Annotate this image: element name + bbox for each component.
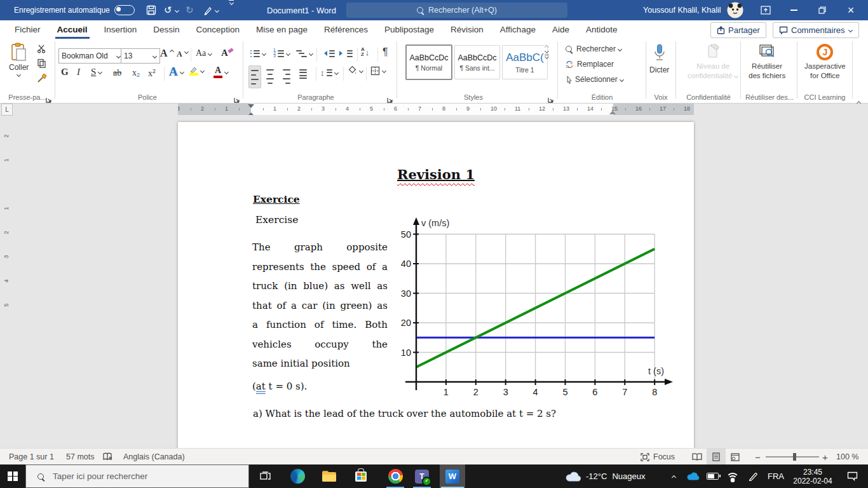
proofing-status-icon[interactable] (103, 449, 113, 465)
tab-stop-selector[interactable]: L (1, 104, 13, 116)
paragraph-dialog-launcher[interactable] (387, 94, 394, 101)
language-indicator[interactable]: Anglais (Canada) (123, 449, 185, 465)
hanging-indent-marker[interactable] (248, 109, 254, 115)
font-color-button[interactable]: A (214, 65, 229, 78)
word-taskbar-icon[interactable]: W (440, 464, 465, 488)
line-spacing-button[interactable]: ↕ (320, 67, 339, 78)
grow-font-button[interactable]: A (160, 48, 174, 59)
superscript-button[interactable]: x 2 (148, 68, 156, 79)
wifi-icon[interactable] (724, 464, 741, 488)
word-count[interactable]: 57 mots (66, 449, 94, 465)
copy-button[interactable] (37, 58, 46, 68)
print-layout-button[interactable] (707, 449, 726, 465)
zoom-level[interactable]: 100 % (836, 449, 858, 465)
page-indicator[interactable]: Page 1 sur 1 (9, 449, 54, 465)
show-marks-button[interactable]: ¶ (383, 46, 388, 58)
find-button[interactable]: Rechercher (566, 44, 622, 53)
reuse-files-button[interactable]: Réutiliser des fichiers (749, 44, 785, 79)
zoom-out-button[interactable]: − (755, 449, 761, 465)
clock[interactable]: 23:452022-02-04 (790, 464, 835, 488)
shading-button[interactable] (348, 66, 363, 76)
store-icon[interactable] (351, 464, 371, 488)
style-card--sans-int-[interactable]: AaBbCcDc¶ Sans int... (454, 45, 500, 79)
cut-button[interactable] (37, 44, 46, 53)
redo-button[interactable]: ↻ (186, 0, 194, 20)
taskbar-search-box[interactable]: Taper ici pour rechercher (25, 464, 249, 488)
shrink-font-button[interactable]: A (177, 50, 189, 59)
tab-r-f-rences[interactable]: Références (316, 20, 376, 39)
paste-button[interactable]: Coller (9, 43, 29, 76)
collapse-ribbon-button[interactable] (857, 95, 861, 106)
onedrive-icon[interactable] (685, 464, 702, 488)
avatar[interactable] (727, 0, 743, 20)
styles-more-button[interactable] (545, 55, 549, 58)
share-button[interactable]: Partager (710, 22, 766, 38)
subscript-button[interactable]: x 2 (132, 68, 140, 78)
teams-icon[interactable]: T ✓ (410, 464, 433, 488)
minimize-button[interactable] (783, 0, 804, 20)
borders-button[interactable] (370, 66, 386, 76)
clear-formatting-button[interactable]: A (221, 48, 233, 58)
pen-icon[interactable] (745, 464, 761, 488)
bold-button[interactable]: G (61, 67, 69, 78)
tab-affichage[interactable]: Affichage (492, 20, 544, 39)
speed-time-graph[interactable]: 123456781020304050v (m/s)t (s) (399, 215, 675, 400)
align-left-button[interactable] (248, 65, 261, 88)
save-icon[interactable] (146, 0, 156, 20)
increase-indent-button[interactable] (339, 48, 353, 58)
style-card-titre-1[interactable]: AaBbC(Titre 1 (502, 45, 548, 79)
align-center-button[interactable] (266, 67, 274, 85)
bullets-button[interactable] (250, 48, 266, 58)
quick-access-toolbar-menu[interactable] (229, 0, 234, 20)
tab-mise-en-page[interactable]: Mise en page (248, 20, 316, 39)
styles-dialog-launcher[interactable] (548, 94, 555, 101)
file-explorer-icon[interactable] (319, 464, 339, 488)
tab-dessin[interactable]: Dessin (145, 20, 187, 39)
underline-button[interactable]: S (91, 67, 102, 78)
style-card--normal[interactable]: AaBbCcDc¶ Normal (405, 44, 452, 80)
tab-aide[interactable]: Aide (544, 20, 578, 39)
edge-icon[interactable] (287, 464, 308, 488)
font-dialog-launcher[interactable] (234, 94, 241, 101)
autosave-toggle[interactable] (114, 0, 135, 20)
select-button[interactable]: Sélectionner (566, 75, 624, 84)
numbering-button[interactable]: 123 (273, 48, 290, 58)
search-box[interactable]: Rechercher (Alt+Q) (346, 3, 567, 18)
align-right-button[interactable] (283, 67, 290, 85)
action-center-icon[interactable] (843, 464, 862, 488)
focus-button[interactable]: Focus (641, 449, 675, 465)
replace-button[interactable]: bc Remplacer (566, 60, 614, 69)
change-case-button[interactable]: Aa (196, 48, 212, 58)
weather-widget[interactable]: -12°C Nuageux (566, 464, 645, 488)
dictate-button[interactable]: Dicter (649, 44, 669, 74)
decrease-indent-button[interactable] (322, 48, 335, 58)
ribbon-display-options-button[interactable] (755, 0, 776, 20)
undo-button[interactable]: ↺ (164, 0, 179, 20)
text-effects-button[interactable]: A (169, 65, 184, 79)
tray-expand-chevron[interactable] (666, 464, 681, 488)
read-mode-button[interactable] (688, 449, 707, 465)
task-view-button[interactable] (255, 464, 275, 488)
touch-pen-mode-icon[interactable] (203, 0, 219, 20)
styles-scroll-up[interactable] (545, 44, 549, 48)
keyboard-language[interactable]: FRA (765, 464, 787, 488)
restore-button[interactable] (811, 0, 833, 20)
font-size-combo[interactable]: 13 (121, 48, 160, 64)
document-page[interactable]: Revision 1 Exercice Exercise The graph o… (178, 122, 694, 448)
web-layout-button[interactable] (726, 449, 745, 465)
italic-button[interactable]: I (77, 67, 80, 78)
tab-publipostage[interactable]: Publipostage (376, 20, 442, 39)
start-button[interactable] (0, 464, 25, 488)
tab-accueil[interactable]: Accueil (49, 20, 96, 39)
comments-button[interactable]: Commentaires (773, 22, 859, 38)
format-painter-button[interactable] (37, 74, 47, 84)
tab-insertion[interactable]: Insertion (96, 20, 146, 39)
zoom-slider-track[interactable] (766, 456, 819, 458)
justify-button[interactable] (299, 67, 307, 81)
styles-scroll-down[interactable] (545, 50, 549, 53)
tab-antidote[interactable]: Antidote (578, 20, 626, 39)
zoom-in-button[interactable]: + (822, 449, 828, 465)
right-indent-marker[interactable] (609, 107, 616, 114)
battery-icon[interactable] (704, 464, 721, 488)
clipboard-dialog-launcher[interactable] (46, 94, 53, 101)
